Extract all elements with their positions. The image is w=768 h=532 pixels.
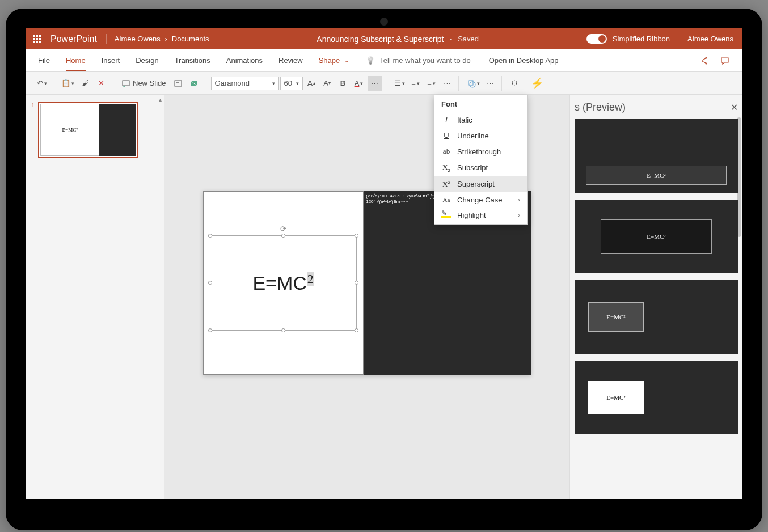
designer-button[interactable]: ⚡	[529, 76, 546, 91]
resize-handle-e[interactable]	[355, 281, 358, 285]
tablet-camera	[380, 18, 388, 26]
tab-transitions[interactable]: Transitions	[167, 49, 218, 71]
grow-font-button[interactable]: A▴	[304, 76, 319, 91]
simplified-ribbon-toggle[interactable]: Simplified Ribbon	[579, 34, 678, 44]
new-slide-button[interactable]: New Slide	[118, 76, 170, 91]
more-drawing-button[interactable]: ⋯	[483, 76, 498, 91]
scroll-up-icon[interactable]: ▴	[159, 96, 162, 103]
user-name[interactable]: Aimee Owens	[678, 35, 742, 43]
font-menu-title: Font	[434, 95, 527, 112]
resize-handle-n[interactable]	[281, 234, 285, 238]
ribbon-tabs: File Home Insert Design Transitions Anim…	[26, 49, 742, 72]
strikethrough-icon: ab	[441, 147, 451, 156]
bullets-button[interactable]: ☰▾	[392, 76, 407, 91]
lightbulb-icon	[366, 56, 375, 65]
app-name: PowerPoint	[48, 34, 107, 44]
resize-handle-sw[interactable]	[208, 328, 212, 332]
selected-textbox[interactable]: ⟳ E=MC2	[210, 235, 357, 330]
tab-shape[interactable]: Shape ⌄	[311, 49, 357, 71]
slide-textbox-region: ⟳ E=MC2	[203, 191, 364, 375]
tab-animations[interactable]: Animations	[218, 49, 271, 71]
shrink-font-button[interactable]: A▾	[320, 76, 335, 91]
submenu-arrow-icon: ›	[518, 212, 520, 218]
menu-strikethrough[interactable]: ab Strikethrough	[434, 143, 527, 159]
align-button[interactable]: ≡▾	[424, 76, 439, 91]
font-color-button[interactable]: A▾	[352, 76, 366, 91]
open-in-desktop[interactable]: Open in Desktop App	[480, 56, 568, 65]
font-name-select[interactable]: Garamond▾	[211, 77, 279, 90]
tell-me-label: Tell me what you want to do	[379, 56, 470, 65]
more-paragraph-button[interactable]: ⋯	[440, 76, 455, 91]
tab-shape-label: Shape	[319, 56, 340, 65]
dash: -	[449, 35, 452, 44]
submenu-arrow-icon: ›	[518, 196, 520, 203]
underline-icon: U	[441, 131, 451, 140]
thumb-equation: E=MC²	[40, 104, 99, 156]
equation-superscript: 2	[307, 272, 314, 286]
resize-handle-s[interactable]	[281, 328, 285, 332]
equation-base: E=MC	[252, 272, 306, 294]
design-idea-1[interactable]: E=MC²	[575, 119, 738, 193]
document-title: Announcing Subscript & Superscript - Sav…	[217, 35, 579, 44]
share-icon[interactable]	[696, 53, 713, 69]
tab-design[interactable]: Design	[128, 49, 166, 71]
rotate-handle-icon[interactable]: ⟳	[280, 225, 286, 233]
design-ideas-panel: s (Preview) ✕ E=MC² E=MC² E=MC² E=MC²	[569, 95, 742, 499]
font-overflow-menu: Font I Italic U Underline ab Strikethrou…	[434, 95, 528, 225]
app-launcher-icon[interactable]	[26, 35, 48, 43]
resize-handle-ne[interactable]	[355, 234, 358, 238]
tab-insert[interactable]: Insert	[94, 49, 128, 71]
format-painter-button[interactable]: 🖌	[78, 76, 92, 91]
title-bar: PowerPoint Aimee Owens › Documents Annou…	[26, 28, 742, 49]
equation-text[interactable]: E=MC2	[252, 272, 314, 294]
subscript-icon: X2	[441, 163, 451, 173]
menu-highlight[interactable]: Highlight ›	[434, 208, 527, 223]
design-idea-3[interactable]: E=MC²	[575, 280, 738, 354]
resize-handle-w[interactable]	[208, 281, 212, 285]
ribbon-toolbar: ↶▾ 📋▾ 🖌 ✕ New Slide	[26, 72, 742, 95]
thumb-chalkboard	[99, 104, 136, 156]
menu-superscript[interactable]: X2 Superscript	[434, 176, 527, 192]
slide-thumbnail-1[interactable]: E=MC²	[38, 102, 138, 158]
font-size-select[interactable]: 60▾	[280, 77, 303, 90]
bold-button[interactable]: B	[336, 76, 351, 91]
slide-thumbnail-panel: ▴ 1 E=MC²	[26, 95, 164, 499]
toggle-switch-icon	[586, 34, 607, 44]
breadcrumb[interactable]: Aimee Owens › Documents	[107, 35, 217, 43]
idea-4-text: E=MC²	[588, 381, 644, 414]
thumbnail-row: 1 E=MC²	[31, 102, 158, 158]
reset-button[interactable]	[187, 76, 201, 91]
tab-home[interactable]: Home	[58, 49, 94, 71]
svg-rect-0	[123, 81, 129, 86]
tab-file[interactable]: File	[30, 49, 58, 71]
shapes-button[interactable]: ▾	[465, 76, 482, 91]
menu-underline[interactable]: U Underline	[434, 128, 527, 143]
find-button[interactable]	[508, 76, 522, 91]
paste-button[interactable]: 📋▾	[59, 76, 77, 91]
saved-label: Saved	[458, 35, 479, 43]
tab-review[interactable]: Review	[271, 49, 311, 71]
undo-button[interactable]: ↶▾	[35, 76, 49, 91]
idea-3-text: E=MC²	[588, 302, 644, 332]
delete-button[interactable]: ✕	[94, 76, 108, 91]
design-idea-2[interactable]: E=MC²	[575, 200, 738, 273]
slide-number: 1	[31, 102, 35, 158]
comments-icon[interactable]	[716, 53, 733, 69]
menu-case-label: Change Case	[457, 196, 503, 204]
menu-underline-label: Underline	[457, 132, 489, 140]
menu-change-case[interactable]: Aa Change Case ›	[434, 192, 527, 208]
svg-point-5	[470, 82, 475, 87]
more-font-options-button[interactable]: ⋯	[368, 76, 382, 91]
idea-2-text: E=MC²	[601, 219, 712, 254]
numbering-button[interactable]: ≡▾	[408, 76, 423, 91]
resize-handle-se[interactable]	[355, 328, 358, 332]
layout-button[interactable]	[171, 76, 185, 91]
resize-handle-nw[interactable]	[208, 234, 212, 238]
design-idea-4[interactable]: E=MC²	[575, 361, 738, 434]
tell-me-search[interactable]: Tell me what you want to do	[357, 56, 479, 65]
change-case-icon: Aa	[441, 196, 451, 203]
close-panel-icon[interactable]: ✕	[731, 102, 738, 113]
font-size-value: 60	[284, 79, 292, 87]
menu-subscript[interactable]: X2 Subscript	[434, 159, 527, 176]
menu-italic[interactable]: I Italic	[434, 112, 527, 128]
